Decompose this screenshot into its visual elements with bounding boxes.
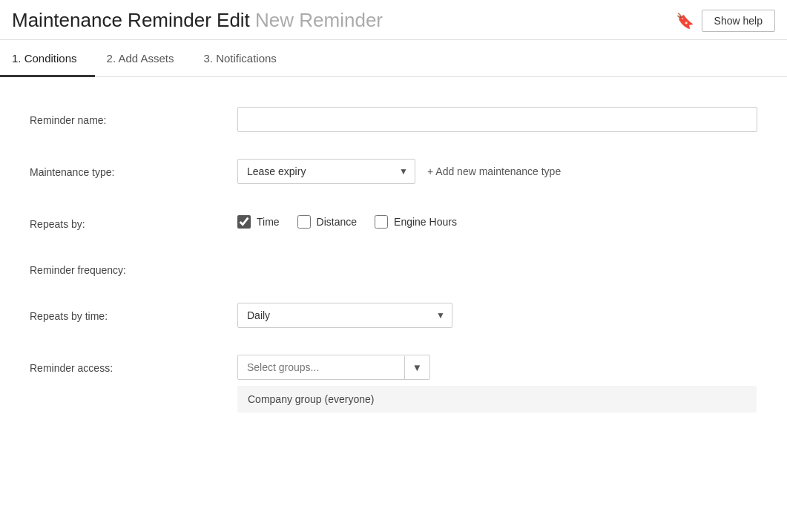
reminder-access-row: Reminder access: ▼ Company group (everyo… — [30, 355, 757, 413]
repeats-by-row: Repeats by: Time Distance Engine Hours — [30, 211, 757, 230]
tab-conditions[interactable]: 1. Conditions — [0, 40, 95, 77]
bookmark-icon[interactable]: 🔖 — [676, 12, 694, 30]
conditions-form: Reminder name: Maintenance type: Lease e… — [0, 77, 787, 469]
page-title: Maintenance Reminder Edit New Reminder — [12, 9, 383, 32]
maintenance-type-control: Lease expiry Oil Change Tire Rotation In… — [237, 159, 757, 184]
add-maintenance-type-link[interactable]: + Add new maintenance type — [427, 165, 561, 177]
tab-bar: 1. Conditions 2. Add Assets 3. Notificat… — [0, 40, 787, 77]
tab-notifications[interactable]: 3. Notifications — [191, 40, 294, 77]
repeats-time-checkbox[interactable] — [237, 215, 251, 229]
show-help-button[interactable]: Show help — [702, 10, 775, 32]
reminder-name-row: Reminder name: — [30, 107, 757, 132]
reminder-name-input[interactable] — [237, 107, 757, 132]
company-group-item: Company group (everyone) — [237, 386, 757, 413]
reminder-frequency-row: Reminder frequency: — [30, 257, 757, 276]
repeats-by-time-select-wrapper: Daily Weekly Monthly Yearly ▼ — [237, 303, 452, 328]
reminder-access-input[interactable] — [238, 355, 404, 379]
repeats-distance-checkbox-item[interactable]: Distance — [297, 215, 357, 229]
repeats-distance-label: Distance — [317, 216, 357, 228]
reminder-name-label: Reminder name: — [30, 107, 237, 126]
maintenance-type-label: Maintenance type: — [30, 159, 237, 178]
reminder-access-control: ▼ Company group (everyone) — [237, 355, 757, 413]
repeats-distance-checkbox[interactable] — [297, 215, 311, 229]
reminder-access-label: Reminder access: — [30, 355, 237, 374]
tab-add-assets[interactable]: 2. Add Assets — [95, 40, 192, 77]
reminder-access-chevron-icon: ▼ — [412, 362, 422, 373]
maintenance-type-select[interactable]: Lease expiry Oil Change Tire Rotation In… — [237, 159, 415, 184]
reminder-name-control — [237, 107, 757, 132]
maintenance-type-select-wrapper: Lease expiry Oil Change Tire Rotation In… — [237, 159, 415, 184]
repeats-by-time-select[interactable]: Daily Weekly Monthly Yearly — [237, 303, 452, 328]
repeats-by-time-label: Repeats by time: — [30, 303, 237, 322]
repeats-engine-hours-checkbox[interactable] — [375, 215, 388, 229]
repeats-by-time-row: Repeats by time: Daily Weekly Monthly Ye… — [30, 303, 757, 328]
reminder-access-dropdown-button[interactable]: ▼ — [404, 356, 429, 379]
repeats-by-time-control: Daily Weekly Monthly Yearly ▼ — [237, 303, 757, 328]
repeats-engine-hours-checkbox-item[interactable]: Engine Hours — [375, 215, 457, 229]
repeats-by-control: Time Distance Engine Hours — [237, 211, 757, 229]
repeats-time-label: Time — [257, 216, 280, 228]
repeats-time-checkbox-item[interactable]: Time — [237, 215, 280, 229]
page-header: Maintenance Reminder Edit New Reminder 🔖… — [0, 0, 787, 40]
repeats-engine-hours-label: Engine Hours — [394, 216, 457, 228]
title-subtitle: New Reminder — [255, 9, 383, 31]
reminder-frequency-label: Reminder frequency: — [30, 257, 237, 276]
header-actions: 🔖 Show help — [676, 10, 775, 32]
repeats-checkboxes: Time Distance Engine Hours — [237, 211, 757, 229]
title-main: Maintenance Reminder Edit — [12, 9, 250, 31]
repeats-by-label: Repeats by: — [30, 211, 237, 230]
reminder-access-select-group: ▼ — [237, 355, 430, 380]
maintenance-type-row: Maintenance type: Lease expiry Oil Chang… — [30, 159, 757, 184]
